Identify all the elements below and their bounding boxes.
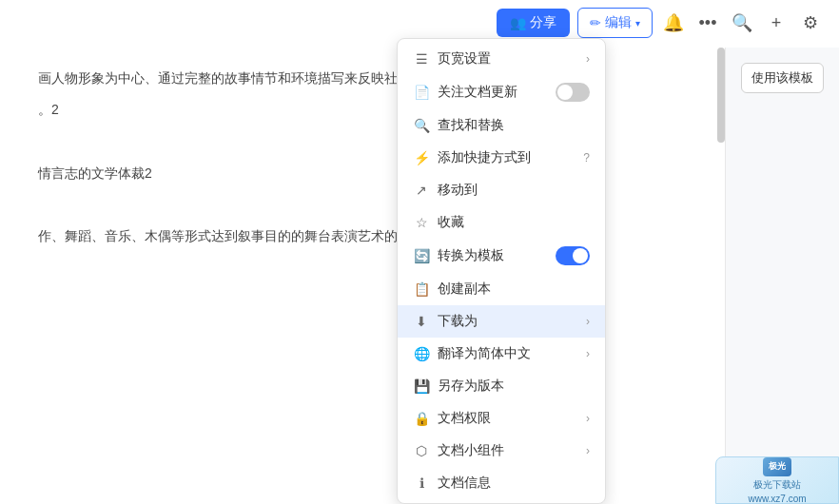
collect-icon: ☆ bbox=[413, 214, 430, 231]
menu-item-move-to[interactable]: ↗ 移动到 bbox=[398, 174, 605, 206]
menu-label-find-replace: 查找和替换 bbox=[438, 117, 504, 134]
watermark-badge: 极光 极光下载站 www.xz7.com bbox=[715, 456, 839, 504]
menu-item-page-settings[interactable]: ☰ 页宽设置 › bbox=[398, 43, 605, 75]
document-area: 画人物形象为中心、通过完整的故事情节和环境描写来反映社会生活的文学 。2 情言志… bbox=[0, 48, 717, 504]
convert-template-toggle[interactable] bbox=[556, 246, 590, 265]
add-tab-button[interactable]: + bbox=[763, 10, 790, 36]
right-panel: 使用该模板 bbox=[725, 48, 839, 504]
doc-components-arrow-icon: › bbox=[586, 444, 590, 457]
menu-label-doc-components: 文档小组件 bbox=[438, 442, 504, 459]
menu-label-doc-info: 文档信息 bbox=[438, 475, 491, 492]
main-content: 画人物形象为中心、通过完整的故事情节和环境描写来反映社会生活的文学 。2 情言志… bbox=[0, 0, 839, 504]
menu-label-watch-updates: 关注文档更新 bbox=[438, 84, 517, 101]
menu-item-convert-template[interactable]: 🔄 转换为模板 bbox=[398, 239, 605, 273]
watermark-logo: 极光 bbox=[763, 457, 791, 476]
more-button[interactable]: ••• bbox=[694, 10, 721, 36]
more-icon: ••• bbox=[699, 13, 717, 33]
bell-icon: 🔔 bbox=[663, 12, 684, 33]
share-button[interactable]: 👥 分享 bbox=[497, 9, 570, 37]
menu-item-doc-components[interactable]: ⬡ 文档小组件 › bbox=[398, 435, 605, 467]
save-as-version-icon: 💾 bbox=[413, 378, 430, 395]
convert-template-icon: 🔄 bbox=[413, 247, 430, 264]
search-button[interactable]: 🔍 bbox=[729, 10, 755, 36]
menu-label-collect: 收藏 bbox=[438, 214, 464, 231]
plus-icon: + bbox=[771, 13, 782, 33]
watch-updates-toggle[interactable] bbox=[556, 83, 590, 102]
menu-item-find-replace[interactable]: 🔍 查找和替换 bbox=[398, 109, 605, 142]
gear-icon: ⚙ bbox=[803, 12, 818, 33]
menu-item-watch-updates[interactable]: 📄 关注文档更新 bbox=[398, 75, 605, 109]
use-template-button[interactable]: 使用该模板 bbox=[741, 63, 824, 93]
find-replace-icon: 🔍 bbox=[413, 117, 430, 134]
edit-pen-icon: ✏ bbox=[590, 15, 601, 30]
add-shortcut-icon: ⚡ bbox=[413, 149, 430, 166]
menu-item-doc-permissions[interactable]: 🔒 文档权限 › bbox=[398, 402, 605, 435]
create-copy-icon: 📋 bbox=[413, 281, 430, 298]
download-as-icon: ⬇ bbox=[413, 313, 430, 330]
menu-label-move-to: 移动到 bbox=[438, 182, 478, 199]
use-template-label: 使用该模板 bbox=[751, 70, 813, 85]
help-icon: ? bbox=[583, 151, 590, 165]
doc-permissions-arrow-icon: › bbox=[586, 412, 590, 425]
menu-item-translate[interactable]: 🌐 翻译为简体中文 › bbox=[398, 338, 605, 370]
menu-label-translate: 翻译为简体中文 bbox=[438, 345, 531, 362]
menu-label-doc-permissions: 文档权限 bbox=[438, 410, 491, 427]
doc-permissions-icon: 🔒 bbox=[413, 410, 430, 427]
menu-item-doc-info[interactable]: ℹ 文档信息 bbox=[398, 467, 605, 499]
search-icon: 🔍 bbox=[732, 12, 752, 33]
watermark-site: www.xz7.com bbox=[748, 494, 806, 504]
edit-button[interactable]: ✏ 编辑 ▾ bbox=[577, 8, 653, 38]
menu-item-download-as[interactable]: ⬇ 下载为 › Word PDF bbox=[398, 305, 605, 338]
bell-button[interactable]: 🔔 bbox=[660, 10, 687, 36]
menu-item-add-shortcut[interactable]: ⚡ 添加快捷方式到 ? bbox=[398, 142, 605, 174]
doc-components-icon: ⬡ bbox=[413, 442, 430, 459]
menu-label-save-as-version: 另存为版本 bbox=[438, 378, 504, 395]
share-icon: 👥 bbox=[510, 15, 526, 30]
translate-arrow-icon: › bbox=[586, 347, 590, 360]
menu-label-download-as: 下载为 bbox=[438, 313, 478, 330]
menu-label-create-copy: 创建副本 bbox=[438, 281, 491, 298]
scrollbar[interactable] bbox=[717, 48, 725, 143]
menu-item-create-copy[interactable]: 📋 创建副本 bbox=[398, 273, 605, 305]
share-label: 分享 bbox=[530, 14, 556, 31]
translate-icon: 🌐 bbox=[413, 345, 430, 362]
menu-item-save-as-version[interactable]: 💾 另存为版本 bbox=[398, 370, 605, 402]
watch-updates-icon: 📄 bbox=[413, 84, 430, 101]
menu-label-convert-template: 转换为模板 bbox=[438, 247, 504, 264]
menu-item-collect[interactable]: ☆ 收藏 bbox=[398, 206, 605, 239]
edit-label: 编辑 bbox=[605, 14, 632, 31]
page-settings-icon: ☰ bbox=[413, 50, 430, 68]
watermark-download-text: 极光下载站 bbox=[753, 478, 801, 492]
menu-label-add-shortcut: 添加快捷方式到 bbox=[438, 149, 531, 166]
watermark-logo-text: 极光 bbox=[769, 460, 786, 473]
edit-caret-icon: ▾ bbox=[635, 18, 640, 29]
page-settings-arrow-icon: › bbox=[586, 52, 590, 66]
settings-button[interactable]: ⚙ bbox=[797, 10, 824, 36]
doc-info-icon: ℹ bbox=[413, 475, 430, 492]
menu-label-page-settings: 页宽设置 bbox=[438, 50, 491, 68]
main-dropdown-menu: ☰ 页宽设置 › 📄 关注文档更新 🔍 查找和替换 ⚡ 添加快捷方式到 ? bbox=[397, 38, 606, 504]
download-as-arrow-icon: › bbox=[586, 315, 590, 328]
move-to-icon: ↗ bbox=[413, 182, 430, 199]
